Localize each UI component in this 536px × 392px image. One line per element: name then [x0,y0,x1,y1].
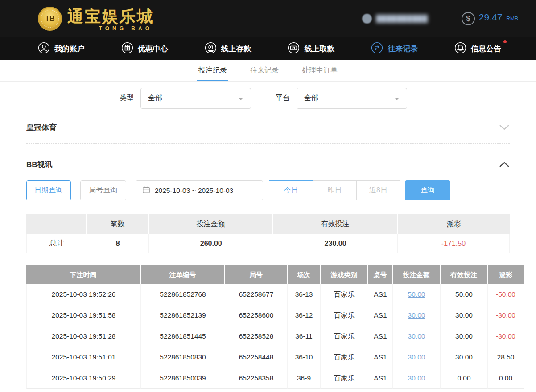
table-row: 2025-10-03 19:51:58 522861852139 6522586… [26,305,524,326]
summary-payout: -171.50 [398,234,510,253]
platform-select[interactable]: 全部 [297,88,407,109]
cell-game: 百家乐 [321,347,368,368]
user-name-masked: ██████████ [376,15,428,22]
cell-game: 百家乐 [321,305,368,326]
col-header-bet-id: 注单编号 [141,265,225,284]
last-8-days-button[interactable]: 近8日 [356,180,400,200]
transfer-records-icon [371,42,383,56]
dollar-icon: $ [462,12,475,25]
filter-bar: 类型 全部 平台 全部 [120,82,510,109]
summary-count: 8 [87,234,149,253]
nav-item-deposit[interactable]: 线上存款 [205,42,252,56]
table-row: 2025-10-03 19:52:26 522861852768 6522586… [26,284,524,305]
notification-dot [503,40,507,43]
cell-payout: 28.50 [488,347,524,368]
cell-round: 652258677 [225,284,288,305]
type-select[interactable]: 全部 [140,88,251,109]
chevron-down-icon [238,98,243,100]
tab-transaction-records[interactable]: 往来记录 [249,60,280,81]
nav-label: 线上取款 [304,44,334,54]
bet-amount-link[interactable]: 50.00 [408,290,425,298]
chevron-down-icon[interactable] [499,124,510,131]
user-icon [38,42,50,56]
cell-payout: -30.00 [488,305,524,326]
nav-label: 往来记录 [388,44,418,54]
cell-desk: AS1 [368,326,393,347]
section-bb-video: BB视讯 [26,155,510,174]
table-row: 2025-10-03 19:51:28 522861851445 6522585… [26,326,524,347]
bet-records-table: 下注时间 注单编号 局号 场次 游戏类别 桌号 投注金额 有效投注 派彩 202… [26,265,524,389]
chevron-down-icon [394,98,400,100]
section-title-bb-video: BB视讯 [26,159,53,170]
platform-filter-label: 平台 [276,94,290,103]
nav-label: 信息公告 [471,44,501,54]
avatar [362,14,372,24]
bet-amount-link[interactable]: 30.00 [408,332,425,340]
platform-select-value: 全部 [304,94,318,103]
bet-amount-link[interactable]: 30.00 [408,353,425,361]
summary-header-valid: 有效投注 [273,214,398,234]
nav-label: 我的账户 [54,44,85,54]
tab-pending-orders[interactable]: 处理中订单 [301,60,339,81]
cell-game: 百家乐 [321,368,368,389]
summary-header-bet: 投注金额 [149,214,273,234]
cell-payout: -50.00 [488,284,524,305]
cell-bet-id: 522861851445 [141,326,225,347]
cell-desk: AS1 [368,284,393,305]
cell-bet-id: 522861852768 [141,284,225,305]
type-filter-label: 类型 [120,94,134,103]
summary-total-label: 总计 [26,234,87,253]
search-button[interactable]: 查询 [405,180,450,200]
summary-header-blank [26,214,87,234]
cell-time: 2025-10-03 19:50:29 [26,368,141,389]
cell-round: 652258528 [225,326,288,347]
today-button[interactable]: 今日 [269,180,313,200]
chevron-up-icon[interactable] [499,161,510,167]
cell-valid-bet: 30.00 [441,347,488,368]
balance-currency: RMB [506,16,518,22]
cell-payout: -30.00 [488,326,524,347]
cell-bet-id: 522861850039 [141,368,225,389]
cell-payout: 0.00 [488,368,524,389]
yesterday-button[interactable]: 昨日 [313,180,357,200]
summary-table: 笔数 投注金额 有效投注 派彩 总计 8 260.00 230.00 -171.… [26,214,510,253]
bet-amount-link[interactable]: 30.00 [408,311,425,319]
cell-time: 2025-10-03 19:52:26 [26,284,141,305]
bet-amount-link[interactable]: 30.00 [408,374,425,382]
brand-badge-text: TB [41,10,59,28]
cell-session: 36-9 [288,368,321,389]
cell-bet-id: 522861852139 [141,305,225,326]
brand-chip-icon: TB [38,7,62,31]
date-query-button[interactable]: 日期查询 [26,180,71,200]
summary-bet: 260.00 [149,234,273,253]
user-account[interactable]: ██████████ [362,14,428,24]
round-query-button[interactable]: 局号查询 [80,180,126,200]
coin-deposit-icon [205,42,217,56]
balance[interactable]: $ 29.47 RMB [462,12,518,25]
col-header-bet-amount: 投注金额 [393,265,441,284]
brand-latin: TONG BAO [67,25,154,32]
col-header-session: 场次 [288,265,321,284]
nav-item-my-account[interactable]: 我的账户 [38,42,85,56]
nav-item-promotions[interactable]: 优惠中心 [121,42,168,56]
query-bar: 日期查询 局号查询 2025-10-03 ~ 2025-10-03 今日 昨日 … [26,180,510,200]
cell-valid-bet: 50.00 [441,284,488,305]
cell-valid-bet: 0.00 [441,368,488,389]
nav-label: 优惠中心 [138,44,168,54]
tab-bet-records[interactable]: 投注纪录 [197,60,228,81]
table-row: 2025-10-03 19:50:29 522861850039 6522583… [26,368,524,389]
nav-item-announcements[interactable]: 信息公告 [454,42,501,56]
cell-time: 2025-10-03 19:51:28 [26,326,141,347]
summary-header-count: 笔数 [87,214,149,234]
summary-valid: 230.00 [273,234,398,253]
cell-desk: AS1 [368,368,393,389]
dashed-divider [26,143,510,144]
cell-round: 652258358 [225,368,288,389]
date-range-input[interactable]: 2025-10-03 ~ 2025-10-03 [136,180,263,200]
cell-game: 百家乐 [321,284,368,305]
col-header-valid-bet: 有效投注 [441,265,488,284]
nav-item-withdraw[interactable]: 线上取款 [288,42,334,56]
sub-tabs: 投注纪录 往来记录 处理中订单 [0,60,536,82]
col-header-payout: 派彩 [488,265,524,284]
nav-item-records[interactable]: 往来记录 [371,42,418,56]
